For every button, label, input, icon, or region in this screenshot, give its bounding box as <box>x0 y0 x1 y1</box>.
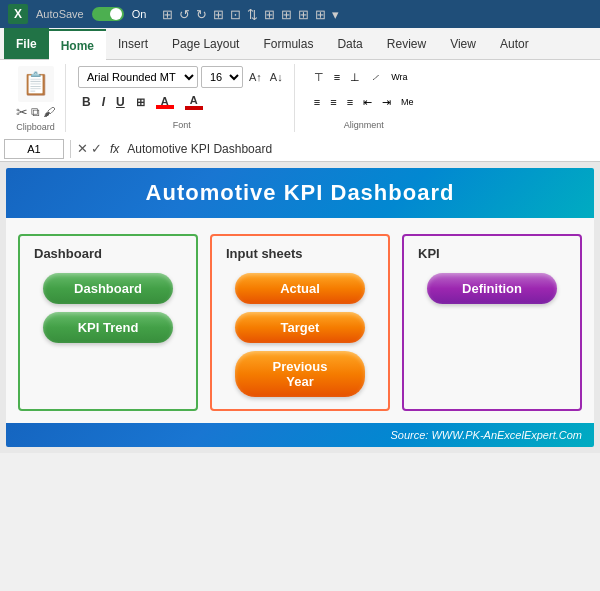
align-bottom-button[interactable]: ⊥ <box>346 66 364 88</box>
formula-fx-label: fx <box>110 142 119 156</box>
sheet-area: Automotive KPI Dashboard Dashboard Dashb… <box>0 162 600 453</box>
tab-home[interactable]: Home <box>49 29 106 60</box>
align-center-button[interactable]: ≡ <box>326 91 340 113</box>
paste-button[interactable]: 📋 <box>18 66 54 102</box>
input-sheets-section: Input sheets Actual Target Previous Year <box>210 234 390 411</box>
actual-btn[interactable]: Actual <box>235 273 365 304</box>
wrap-text-button[interactable]: Wra <box>387 66 411 88</box>
formula-buttons: ✕ ✓ <box>77 141 102 156</box>
format-painter-button[interactable]: 🖌 <box>43 104 55 120</box>
border-button[interactable]: ⊞ <box>132 91 149 113</box>
font-size-select[interactable]: 16 <box>201 66 243 88</box>
font-color-button[interactable]: A <box>181 91 207 113</box>
clipboard-group: 📋 ✂ ⧉ 🖌 Clipboard <box>6 64 66 132</box>
angle-text-button[interactable]: ⟋ <box>366 66 385 88</box>
fill-color-button[interactable]: A <box>152 91 178 113</box>
tab-page-layout[interactable]: Page Layout <box>160 28 251 59</box>
decrease-indent-button[interactable]: ⇤ <box>359 91 376 113</box>
tab-review[interactable]: Review <box>375 28 438 59</box>
kpi-section-label: KPI <box>414 246 440 261</box>
autosave-toggle[interactable] <box>92 7 124 21</box>
increase-indent-button[interactable]: ⇥ <box>378 91 395 113</box>
font-controls: Arial Rounded MT 16 A↑ A↓ B I U ⊞ A <box>78 66 286 118</box>
ribbon-tabs: File Home Insert Page Layout Formulas Da… <box>0 28 600 60</box>
dashboard-title-banner: Automotive KPI Dashboard <box>6 168 594 218</box>
ribbon-toolbar: 📋 ✂ ⧉ 🖌 Clipboard Arial Rounded MT 16 A↑… <box>0 60 600 136</box>
kpi-section: KPI Definition <box>402 234 582 411</box>
tab-view[interactable]: View <box>438 28 488 59</box>
cancel-formula-button[interactable]: ✕ <box>77 141 88 156</box>
tab-file[interactable]: File <box>4 28 49 59</box>
dashboard-footer: Source: WWW.PK-AnExcelExpert.Com <box>6 423 594 447</box>
formula-content: Automotive KPI Dashboard <box>127 142 596 156</box>
dashboard-btn[interactable]: Dashboard <box>43 273 173 304</box>
font-family-select[interactable]: Arial Rounded MT <box>78 66 198 88</box>
merge-button[interactable]: Me <box>397 91 418 113</box>
footer-source: Source: WWW.PK-AnExcelExpert.Com <box>390 429 582 441</box>
dashboard-section-label: Dashboard <box>30 246 102 261</box>
tab-data[interactable]: Data <box>325 28 374 59</box>
alignment-controls: ⊤ ≡ ⊥ ⟋ Wra ≡ ≡ ≡ ⇤ ⇥ Me <box>310 66 418 113</box>
align-top-button[interactable]: ⊤ <box>310 66 328 88</box>
autosave-label: AutoSave <box>36 8 84 20</box>
font-decrease-button[interactable]: A↓ <box>267 66 286 88</box>
font-group-label: Font <box>173 118 191 130</box>
formula-divider <box>70 140 71 158</box>
copy-button[interactable]: ⧉ <box>31 104 40 120</box>
dashboard-content: Dashboard Dashboard KPI Trend Input shee… <box>6 218 594 423</box>
confirm-formula-button[interactable]: ✓ <box>91 141 102 156</box>
kpi-trend-btn[interactable]: KPI Trend <box>43 312 173 343</box>
italic-button[interactable]: I <box>98 91 109 113</box>
align-right-button[interactable]: ≡ <box>343 91 357 113</box>
previous-year-btn[interactable]: Previous Year <box>235 351 365 397</box>
definition-btn[interactable]: Definition <box>427 273 557 304</box>
dashboard-section: Dashboard Dashboard KPI Trend <box>18 234 198 411</box>
app-icon: X <box>8 4 28 24</box>
bold-button[interactable]: B <box>78 91 95 113</box>
titlebar-icons: ⊞ ↺ ↻ ⊞ ⊡ ⇅ ⊞ ⊞ ⊞ ⊞ ▾ <box>162 7 339 22</box>
target-btn[interactable]: Target <box>235 312 365 343</box>
tab-formulas[interactable]: Formulas <box>251 28 325 59</box>
formula-bar: A1 ✕ ✓ fx Automotive KPI Dashboard <box>0 136 600 162</box>
dashboard-title: Automotive KPI Dashboard <box>146 180 455 205</box>
title-bar: X AutoSave On ⊞ ↺ ↻ ⊞ ⊡ ⇅ ⊞ ⊞ ⊞ ⊞ ▾ <box>0 0 600 28</box>
cell-reference-input[interactable]: A1 <box>4 139 64 159</box>
underline-button[interactable]: U <box>112 91 129 113</box>
tab-insert[interactable]: Insert <box>106 28 160 59</box>
align-middle-button[interactable]: ≡ <box>330 66 344 88</box>
input-sheets-label: Input sheets <box>222 246 303 261</box>
tab-autor[interactable]: Autor <box>488 28 541 59</box>
alignment-group: ⊤ ≡ ⊥ ⟋ Wra ≡ ≡ ≡ ⇤ ⇥ Me Alignment <box>299 64 429 132</box>
alignment-group-label: Alignment <box>344 118 384 130</box>
font-group: Arial Rounded MT 16 A↑ A↓ B I U ⊞ A <box>70 64 295 132</box>
paste-area: 📋 ✂ ⧉ 🖌 <box>16 66 55 120</box>
clipboard-sub-icons: ✂ ⧉ 🖌 <box>16 104 55 120</box>
clipboard-label: Clipboard <box>16 120 55 132</box>
font-increase-button[interactable]: A↑ <box>246 66 265 88</box>
dashboard-card: Automotive KPI Dashboard Dashboard Dashb… <box>6 168 594 447</box>
autosave-state: On <box>132 8 147 20</box>
cut-button[interactable]: ✂ <box>16 104 28 120</box>
align-left-button[interactable]: ≡ <box>310 91 324 113</box>
